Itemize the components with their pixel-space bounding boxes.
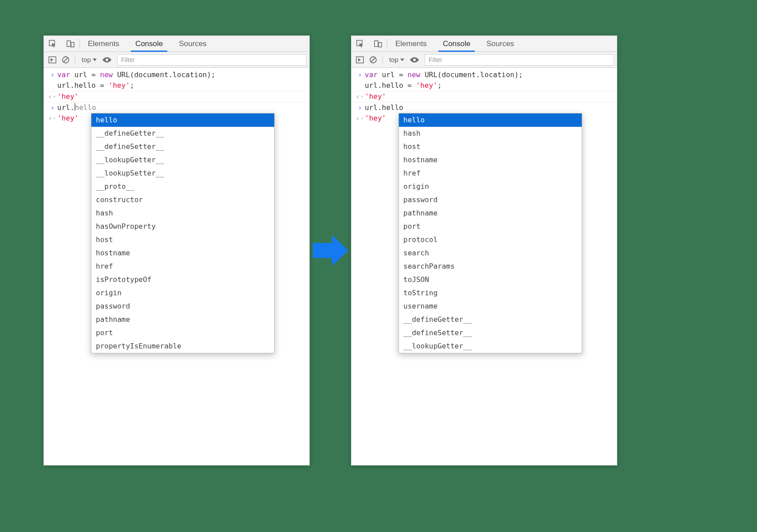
autocomplete-item[interactable]: protocol (399, 233, 582, 246)
eye-icon[interactable] (409, 54, 420, 66)
autocomplete-item[interactable]: hostname (399, 153, 582, 167)
autocomplete-item[interactable]: __defineGetter__ (91, 127, 274, 140)
autocomplete-item[interactable]: __defineSetter__ (91, 140, 274, 153)
transition-arrow-icon (311, 231, 351, 270)
autocomplete-item[interactable]: toJSON (399, 273, 582, 286)
separator (75, 55, 75, 65)
autocomplete-item[interactable]: __proto__ (91, 180, 274, 193)
devtools-panel-left: Elements Console Sources top Filter › va… (43, 35, 310, 466)
console-toolbar: top Filter (351, 52, 617, 68)
autocomplete-item[interactable]: pathname (399, 207, 582, 220)
autocomplete-item[interactable]: hash (91, 207, 274, 220)
device-mode-icon[interactable] (62, 36, 79, 51)
context-label: top (389, 56, 398, 63)
svg-line-12 (371, 58, 375, 62)
autocomplete-item[interactable]: __lookupSetter__ (91, 167, 274, 180)
svg-rect-9 (378, 43, 382, 47)
console-prompt-row[interactable]: › url.hello (351, 102, 617, 113)
tab-strip: Elements Console Sources (44, 36, 309, 52)
code-line: var url = new URL(document.location); (57, 70, 306, 80)
console-body: › var url = new URL(document.location); … (44, 68, 309, 125)
context-selector[interactable]: top (79, 55, 99, 64)
tab-sources[interactable]: Sources (478, 36, 522, 51)
autocomplete-item[interactable]: hostname (91, 246, 274, 260)
chevron-down-icon (400, 59, 404, 61)
autocomplete-item[interactable]: __lookupGetter__ (91, 153, 274, 167)
autocomplete-item[interactable]: host (399, 140, 582, 153)
console-toolbar: top Filter (44, 52, 309, 68)
autocomplete-item[interactable]: isPrototypeOf (91, 273, 274, 286)
output-chevron-icon: ‹· (47, 91, 57, 102)
tab-elements[interactable]: Elements (387, 36, 435, 51)
autocomplete-item[interactable]: constructor (91, 193, 274, 207)
inspect-icon[interactable] (44, 36, 62, 51)
separator (382, 55, 383, 65)
tab-sources[interactable]: Sources (171, 36, 214, 51)
filter-input[interactable]: Filter (425, 54, 614, 66)
svg-rect-1 (67, 41, 71, 47)
autocomplete-item[interactable]: hash (399, 127, 582, 140)
filter-placeholder: Filter (429, 56, 442, 63)
svg-point-6 (106, 59, 108, 61)
autocomplete-item[interactable]: toString (399, 286, 582, 300)
autocomplete-item[interactable]: username (399, 300, 582, 313)
sidebar-toggle-icon[interactable] (354, 54, 366, 66)
autocomplete-item[interactable]: pathname (91, 313, 274, 326)
autocomplete-item[interactable]: port (91, 326, 274, 340)
prompt-text[interactable]: url.hello (365, 102, 613, 113)
device-mode-icon[interactable] (369, 36, 387, 51)
output-chevron-icon: ‹· (355, 113, 365, 124)
console-output-row: ‹· 'hey' (351, 91, 617, 102)
autocomplete-item[interactable]: password (91, 300, 274, 313)
autocomplete-item[interactable]: propertyIsEnumerable (91, 340, 274, 353)
autocomplete-item[interactable]: __defineGetter__ (399, 313, 582, 326)
clear-console-icon[interactable] (60, 54, 71, 66)
svg-rect-8 (375, 41, 378, 47)
autocomplete-item[interactable]: origin (91, 286, 274, 300)
autocomplete-item[interactable]: __defineSetter__ (399, 326, 582, 340)
tab-elements[interactable]: Elements (80, 36, 127, 51)
autocomplete-item[interactable]: __lookupGetter__ (399, 340, 582, 353)
autocomplete-item[interactable]: password (399, 193, 582, 207)
autocomplete-item[interactable]: searchParams (399, 260, 582, 273)
console-body: › var url = new URL(document.location); … (351, 68, 617, 125)
autocomplete-item[interactable]: href (399, 167, 582, 180)
autocomplete-item[interactable]: port (399, 220, 582, 233)
eye-icon[interactable] (101, 54, 113, 66)
autocomplete-item[interactable]: hasOwnProperty (91, 220, 274, 233)
console-input-row: url.hello = 'hey'; (44, 80, 309, 91)
prompt-text[interactable]: url.hello (57, 102, 306, 113)
autocomplete-popup: hellohashhosthostnamehreforiginpasswordp… (398, 113, 582, 353)
input-chevron-icon: › (47, 70, 57, 80)
tab-console[interactable]: Console (127, 36, 171, 51)
console-prompt-row[interactable]: › url.hello (44, 102, 309, 113)
inspect-icon[interactable] (351, 36, 369, 51)
input-chevron-icon: › (355, 102, 365, 113)
svg-point-13 (413, 59, 416, 61)
autocomplete-item[interactable]: hello (399, 113, 582, 127)
filter-input[interactable]: Filter (117, 54, 307, 66)
autocomplete-list-right[interactable]: hellohashhosthostnamehreforiginpasswordp… (399, 113, 582, 353)
svg-rect-2 (71, 43, 74, 47)
code-line: url.hello = 'hey'; (365, 80, 613, 91)
autocomplete-list-left[interactable]: hello__defineGetter____defineSetter____l… (91, 113, 274, 353)
autocomplete-item[interactable]: href (91, 260, 274, 273)
autocomplete-item[interactable]: hello (91, 113, 274, 127)
autocomplete-item[interactable]: host (91, 233, 274, 246)
console-input-row: › var url = new URL(document.location); (44, 70, 309, 80)
gutter-blank (47, 80, 57, 91)
tab-strip: Elements Console Sources (351, 36, 617, 52)
svg-line-5 (63, 58, 68, 62)
context-selector[interactable]: top (386, 55, 407, 64)
autocomplete-item[interactable]: origin (399, 180, 582, 193)
gutter-blank (355, 80, 365, 91)
console-input-row: › var url = new URL(document.location); (351, 70, 617, 80)
output-chevron-icon: ‹· (355, 91, 365, 102)
autocomplete-item[interactable]: search (399, 246, 582, 260)
code-line: var url = new URL(document.location); (365, 70, 613, 80)
context-label: top (82, 56, 91, 63)
clear-console-icon[interactable] (367, 54, 379, 66)
sidebar-toggle-icon[interactable] (47, 54, 58, 66)
tab-console[interactable]: Console (435, 36, 478, 51)
input-chevron-icon: › (355, 70, 365, 80)
